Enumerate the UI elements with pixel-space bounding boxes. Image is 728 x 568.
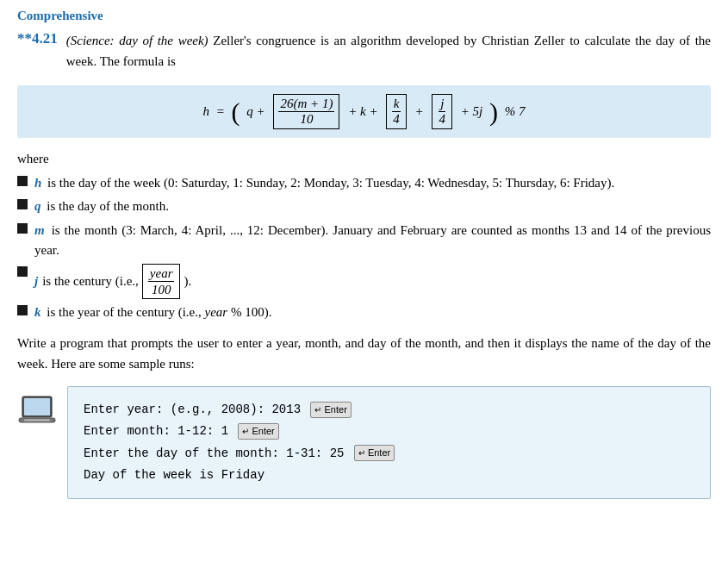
- list-item: m is the month (3: March, 4: April, ...,…: [17, 221, 711, 261]
- svg-rect-3: [24, 419, 50, 421]
- bullet-var-h: h: [34, 176, 41, 190]
- list-item: k is the year of the century (i.e., year…: [17, 303, 711, 322]
- enter-badge-1: ↵ Enter: [310, 402, 351, 418]
- bullet-icon: [17, 176, 28, 186]
- problem-title: (Science: day of the week): [66, 34, 208, 47]
- bullet-var-m: m: [34, 223, 45, 237]
- bullet-content: h is the day of the week (0: Saturday, 1…: [34, 173, 614, 193]
- terminal-text-4: Day of the week is Friday: [84, 468, 264, 482]
- list-item: q is the day of the month.: [17, 197, 711, 216]
- enter-badge-3: ↵ Enter: [354, 445, 395, 461]
- terminal-box: Enter year: (e.g., 2008): 2013 ↵ Enter E…: [67, 386, 711, 499]
- formula-container: h = ( q + 26(m + 1) 10 + k + k 4 + j 4: [17, 85, 711, 138]
- section-label: Comprehensive: [17, 9, 711, 23]
- j-text-after: ).: [184, 272, 191, 291]
- problem-number: **4.21: [17, 30, 58, 47]
- bullet-icon: [17, 266, 28, 277]
- problem-number-text: 4.21: [32, 30, 58, 47]
- formula-lparen: (: [232, 99, 240, 125]
- enter-badge-2: ↵ Enter: [238, 423, 278, 440]
- formula-rparen: ): [489, 99, 498, 125]
- j-bullet-content: j is the century (i.e., year 100 ).: [34, 264, 191, 299]
- problem-header: **4.21 (Science: day of the week) Zeller…: [17, 30, 711, 72]
- formula-h: h: [202, 104, 209, 119]
- terminal-text-2: Enter month: 1-12: 1: [84, 424, 228, 438]
- list-item: h is the day of the week (0: Saturday, 1…: [17, 173, 711, 193]
- j-floor-frac: year 100: [142, 264, 181, 299]
- terminal-text-1: Enter year: (e.g., 2008): 2013: [84, 403, 301, 416]
- terminal-line-3: Enter the day of the month: 1-31: 25 ↵ E…: [84, 443, 694, 465]
- formula-floor1: 26(m + 1) 10: [273, 94, 339, 129]
- formula-floor3: j 4: [432, 94, 452, 129]
- bullet-text-h: is the day of the week (0: Saturday, 1: …: [47, 176, 614, 190]
- formula: h = ( q + 26(m + 1) 10 + k + k 4 + j 4: [202, 94, 525, 129]
- bullet-var-q: q: [34, 199, 41, 213]
- terminal-line-4: Day of the week is Friday: [84, 465, 694, 486]
- bullet-icon: [17, 223, 28, 234]
- svg-rect-1: [24, 398, 50, 415]
- bullet-text-k: is the year of the century (i.e., year %…: [47, 305, 271, 319]
- bullet-var-j: j: [34, 272, 38, 291]
- bullet-icon: [17, 305, 28, 315]
- bullet-content: q is the day of the month.: [34, 197, 169, 216]
- terminal-line-2: Enter month: 1-12: 1 ↵ Enter: [84, 421, 694, 442]
- laptop-icon: [17, 391, 57, 431]
- where-label: where: [17, 152, 711, 166]
- formula-floor2: k 4: [386, 94, 407, 129]
- bullet-content: k is the year of the century (i.e., year…: [34, 303, 271, 322]
- j-text-before: is the century (i.e.,: [42, 272, 139, 291]
- terminal-text-3: Enter the day of the month: 1-31: 25: [84, 446, 344, 460]
- write-paragraph: Write a program that prompts the user to…: [17, 333, 711, 374]
- bullet-var-k: k: [34, 305, 41, 319]
- bullet-icon: [17, 199, 28, 209]
- bullet-list: h is the day of the week (0: Saturday, 1…: [17, 173, 711, 322]
- terminal-wrapper: Enter year: (e.g., 2008): 2013 ↵ Enter E…: [17, 386, 711, 499]
- bullet-text-q: is the day of the month.: [47, 199, 169, 213]
- bullet-content: m is the month (3: March, 4: April, ...,…: [34, 221, 711, 261]
- bullet-text-m: is the month (3: March, 4: April, ..., 1…: [34, 223, 711, 257]
- terminal-line-1: Enter year: (e.g., 2008): 2013 ↵ Enter: [84, 399, 694, 421]
- list-item: j is the century (i.e., year 100 ).: [17, 264, 711, 299]
- problem-text: (Science: day of the week) Zeller's cong…: [66, 30, 711, 72]
